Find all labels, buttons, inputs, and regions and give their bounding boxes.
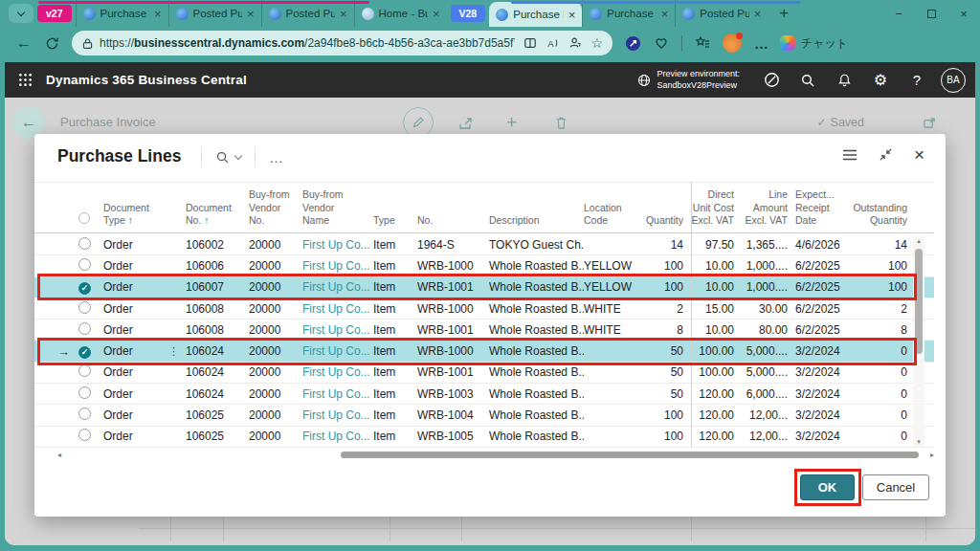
settings-gear-icon[interactable]: ⚙ <box>862 71 899 89</box>
new-line-icon[interactable]: + <box>506 112 517 133</box>
row-select-radio[interactable]: ✓ <box>78 237 91 250</box>
cell-item-no[interactable]: WRB-1000 <box>417 259 489 273</box>
row-select-radio[interactable]: ✓ <box>78 282 91 295</box>
cell-vendor-name-link[interactable]: First Up Co... <box>302 280 373 294</box>
url-field[interactable]: https://businesscentral.dynamics.com/2a9… <box>72 31 612 55</box>
split-screen-icon[interactable] <box>523 36 537 50</box>
row-select-radio[interactable]: ✓ <box>78 346 91 359</box>
cell-item-no[interactable]: WRB-1001 <box>417 323 489 337</box>
row-select-radio[interactable]: ✓ <box>78 364 91 377</box>
browser-tab[interactable]: Purchase Invoi × <box>489 2 582 27</box>
row-select-radio[interactable]: ✓ <box>78 408 91 420</box>
table-row[interactable]: ✓ Order 106025 20000 First Up Co... Item… <box>34 405 934 426</box>
cancel-button[interactable]: Cancel <box>862 474 929 500</box>
cell-document-no[interactable]: 106025 <box>186 430 249 443</box>
cell-document-no[interactable]: 106006 <box>186 259 249 273</box>
refresh-button[interactable] <box>45 36 59 51</box>
ok-button[interactable]: OK <box>800 474 855 500</box>
cell-document-no[interactable]: 106024 <box>186 365 249 379</box>
user-avatar[interactable]: BA <box>941 68 966 93</box>
favorite-star-icon[interactable]: ☆ <box>590 35 603 51</box>
tab-close-icon[interactable]: × <box>154 8 162 20</box>
cell-document-no[interactable]: 106024 <box>186 344 249 358</box>
cell-vendor-no[interactable]: 20000 <box>249 302 302 316</box>
horizontal-scrollbar[interactable]: ◂ ▸ <box>57 451 934 460</box>
browser-tab[interactable]: Posted Purcha × <box>261 0 354 27</box>
browser-tab[interactable]: Purchase Orde × <box>582 0 675 27</box>
tab-close-icon[interactable]: × <box>754 8 762 20</box>
cell-vendor-name-link[interactable]: First Up Co... <box>302 387 373 401</box>
table-row[interactable]: ✓ Order 106006 20000 First Up Co... Item… <box>34 255 934 276</box>
col-no[interactable]: No. <box>417 214 489 228</box>
cell-vendor-no[interactable]: 20000 <box>249 259 302 273</box>
table-row[interactable]: ✓ Order 106002 20000 First Up Co... Item… <box>34 234 934 255</box>
cell-item-no[interactable]: WRB-1004 <box>417 408 489 422</box>
row-select-radio[interactable]: ✓ <box>78 301 91 314</box>
table-row[interactable]: ✓ Order 106024 20000 First Up Co... Item… <box>34 384 934 405</box>
popout-icon[interactable] <box>923 116 937 130</box>
cell-item-no[interactable]: WRB-1005 <box>417 430 489 443</box>
copilot-chat-button[interactable]: チャット <box>780 35 848 52</box>
row-select-radio[interactable]: ✓ <box>78 429 91 441</box>
cell-vendor-no[interactable]: 20000 <box>249 430 302 443</box>
table-row[interactable]: ✓ Order 106008 20000 First Up Co... Item… <box>34 298 934 320</box>
cell-item-no[interactable]: WRB-1000 <box>417 344 489 358</box>
col-document-type[interactable]: Document Type ↑ <box>103 202 186 228</box>
col-description[interactable]: Description <box>489 214 584 228</box>
col-location-code[interactable]: Location Code <box>584 202 636 228</box>
favorites-bar-icon[interactable] <box>695 35 710 51</box>
tab-close-icon[interactable]: × <box>433 8 440 20</box>
browser-essentials-icon[interactable] <box>654 35 669 51</box>
waffle-icon[interactable] <box>18 73 33 87</box>
window-close-button[interactable]: × <box>947 7 980 21</box>
delete-trash-icon[interactable] <box>554 116 568 130</box>
scroll-left-icon[interactable]: ◂ <box>57 451 61 459</box>
cell-document-no[interactable]: 106002 <box>186 238 249 252</box>
col-line-amount[interactable]: Line Amount Excl. VAT <box>740 188 793 228</box>
col-buy-from-vendor-name[interactable]: Buy-from Vendor Name <box>302 188 373 228</box>
cell-item-no[interactable]: WRB-1001 <box>417 365 489 379</box>
table-row[interactable]: ✓ Order 106025 20000 First Up Co... Item… <box>34 427 934 448</box>
select-all-radio[interactable] <box>78 212 90 224</box>
cell-vendor-no[interactable]: 20000 <box>249 408 302 422</box>
tab-group-badge[interactable]: V28 <box>451 5 486 22</box>
more-options-icon[interactable]: … <box>269 149 283 165</box>
tab-group-badge[interactable]: v27 <box>37 5 72 22</box>
row-select-radio[interactable]: ✓ <box>78 322 91 335</box>
browser-tab[interactable]: Posted Purcha × <box>675 0 768 27</box>
vertical-scrollbar[interactable]: ▴ ▾ <box>913 236 924 447</box>
cell-item-no[interactable]: WRB-1001 <box>417 280 489 294</box>
bc-copilot-icon[interactable] <box>753 72 790 88</box>
new-tab-button[interactable]: + <box>779 4 789 23</box>
cell-vendor-name-link[interactable]: First Up Co... <box>302 323 373 337</box>
cell-vendor-no[interactable]: 20000 <box>249 365 302 379</box>
environment-indicator[interactable]: Preview environment:SandboxV28Preview <box>637 69 740 91</box>
col-document-no[interactable]: Document No. ↑ <box>186 202 249 228</box>
app-title[interactable]: Dynamics 365 Business Central <box>46 73 247 87</box>
tab-close-icon[interactable]: × <box>661 8 669 20</box>
dialog-close-icon[interactable]: × <box>914 145 924 164</box>
col-outstanding-quantity[interactable]: Outstanding Quantity <box>844 202 911 228</box>
scroll-up-icon[interactable]: ▴ <box>913 237 924 245</box>
col-type[interactable]: Type <box>373 214 417 228</box>
cell-vendor-no[interactable]: 20000 <box>249 323 302 337</box>
browser-profile-avatar[interactable] <box>723 33 742 53</box>
tab-search-button[interactable] <box>9 4 33 23</box>
search-icon[interactable] <box>790 73 826 88</box>
browser-tab[interactable]: Home - Busin × <box>354 0 447 27</box>
browser-tab[interactable]: Purchase Invo × <box>76 0 168 27</box>
tab-close-icon[interactable]: × <box>247 8 255 20</box>
help-icon[interactable]: ? <box>899 72 935 88</box>
vertical-scroll-thumb[interactable] <box>915 249 923 354</box>
scroll-right-icon[interactable]: ▸ <box>930 451 934 459</box>
horizontal-scroll-thumb[interactable] <box>341 452 919 458</box>
cell-vendor-name-link[interactable]: First Up Co... <box>302 259 373 273</box>
table-row[interactable]: ✓ Order 106024 20000 First Up Co... Item… <box>34 363 934 384</box>
col-quantity[interactable]: Quantity <box>636 214 691 228</box>
cell-vendor-no[interactable]: 20000 <box>249 387 302 401</box>
cell-document-no[interactable]: 106025 <box>186 408 249 422</box>
cell-vendor-no[interactable]: 20000 <box>249 238 302 252</box>
cell-vendor-name-link[interactable]: First Up Co... <box>302 344 373 358</box>
password-extension-icon[interactable] <box>625 35 641 52</box>
cell-vendor-name-link[interactable]: First Up Co... <box>302 408 373 422</box>
